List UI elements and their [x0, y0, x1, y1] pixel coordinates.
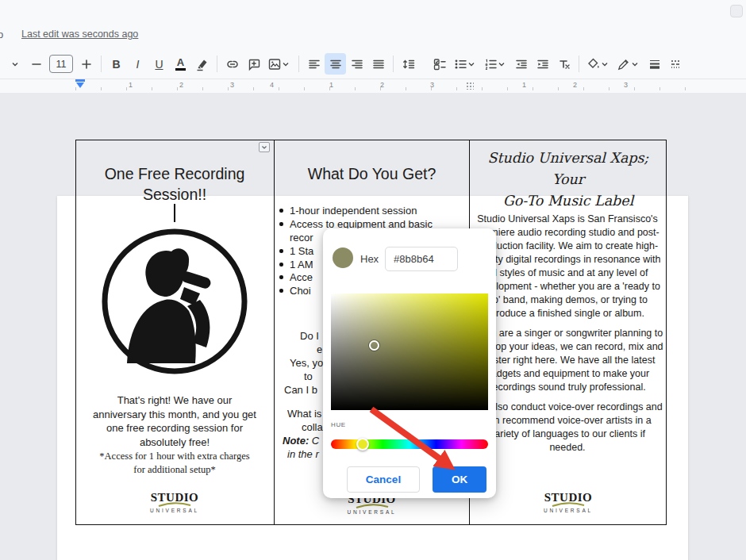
- formatting-toolbar: 11 B I U A: [0, 49, 746, 79]
- ruler-number: 2: [380, 81, 384, 89]
- align-right-button[interactable]: [346, 53, 367, 75]
- color-picker-dialog: Hex HUE Cancel OK: [323, 228, 496, 498]
- border-width-button[interactable]: [644, 53, 665, 75]
- bulleted-list-button[interactable]: [450, 53, 480, 75]
- singer-silhouette-image[interactable]: [100, 227, 249, 376]
- color-preview-swatch: [333, 247, 353, 268]
- ruler-number: 3: [624, 81, 628, 89]
- bullet-item-continuation: recor: [290, 232, 313, 244]
- col2-text-fragment: Can I b: [284, 384, 317, 396]
- clear-formatting-button[interactable]: [553, 53, 575, 75]
- bullet-dot: [279, 289, 283, 293]
- bullet-item: Acce: [290, 271, 313, 283]
- add-comment-button[interactable]: [243, 53, 264, 75]
- clear-formatting-icon: [557, 57, 571, 71]
- gradient-cursor[interactable]: [369, 340, 379, 351]
- bullet-item: 1 Sta: [290, 245, 313, 257]
- col1-fineprint: *Access for 1 hour with extra charges fo…: [78, 450, 271, 477]
- fill-color-button[interactable]: [583, 53, 613, 75]
- cancel-button[interactable]: Cancel: [347, 466, 420, 493]
- align-justify-icon: [371, 57, 386, 71]
- toolbar-separator: [393, 56, 394, 72]
- line-spacing-icon: [402, 57, 416, 71]
- hex-label: Hex: [360, 253, 379, 265]
- toolbar-separator: [579, 56, 579, 72]
- align-right-icon: [350, 57, 364, 71]
- border-color-button[interactable]: [613, 53, 644, 75]
- minus-icon: [29, 57, 44, 71]
- link-icon: [225, 57, 240, 71]
- bullet-dot: [279, 209, 283, 213]
- table-options-handle[interactable]: [259, 142, 270, 152]
- ruler-number: 1: [329, 81, 333, 89]
- studio-universal-logo: STUDIO UNIVERSAL: [470, 492, 667, 514]
- plus-icon: [79, 57, 94, 71]
- left-indent-marker[interactable]: [76, 82, 84, 88]
- ruler-number: 2: [179, 81, 183, 89]
- scroll-top-button[interactable]: [730, 5, 743, 17]
- col1-title: One Free Recording Session!!: [75, 163, 274, 205]
- col2-text-fragment: Do I: [300, 330, 319, 342]
- highlighter-icon: [195, 57, 210, 71]
- font-size-decrease-button[interactable]: [25, 53, 47, 75]
- decrease-indent-button[interactable]: [510, 53, 532, 75]
- underline-button[interactable]: U: [148, 53, 170, 75]
- col2-note-fragment: in the r: [287, 448, 319, 460]
- studio-universal-logo: STUDIO UNIVERSAL: [75, 492, 274, 514]
- align-left-icon: [307, 57, 321, 71]
- chevron-down-icon: [601, 60, 609, 68]
- hue-label: HUE: [331, 421, 346, 428]
- italic-icon: I: [137, 58, 140, 71]
- table-column-grip[interactable]: [465, 81, 474, 90]
- bold-icon: B: [112, 58, 120, 71]
- chevron-down-icon: [261, 144, 267, 151]
- chevron-down-icon: [282, 60, 290, 68]
- col2-text-fragment: Yes, yo: [290, 357, 323, 369]
- ok-button[interactable]: OK: [433, 466, 486, 493]
- insert-link-button[interactable]: [221, 53, 243, 75]
- border-dash-button[interactable]: [665, 53, 686, 75]
- align-left-button[interactable]: [303, 53, 325, 75]
- hue-slider-handle[interactable]: [356, 438, 369, 451]
- highlight-color-button[interactable]: [191, 53, 213, 75]
- font-size-increase-button[interactable]: [75, 53, 97, 75]
- checklist-icon: [433, 57, 447, 71]
- line-spacing-button[interactable]: [398, 53, 419, 75]
- italic-button[interactable]: I: [127, 53, 148, 75]
- numbered-list-icon: [483, 57, 498, 71]
- google-docs-window: o Last edit was seconds ago 11 B I U A: [0, 0, 746, 560]
- numbered-list-button[interactable]: [480, 53, 510, 75]
- text-color-icon: A: [175, 57, 186, 71]
- col2-text-fragment: What is: [287, 408, 321, 420]
- first-line-indent-marker[interactable]: [75, 79, 85, 82]
- bullet-item: 1-hour independent session: [290, 205, 417, 217]
- align-justify-button[interactable]: [367, 53, 389, 75]
- ruler-number: 1: [522, 81, 526, 89]
- col2-note-fragment: Note: C: [283, 435, 319, 447]
- font-size-input[interactable]: 11: [49, 55, 73, 73]
- hue-slider[interactable]: [331, 439, 488, 449]
- align-center-icon: [329, 57, 343, 71]
- saturation-value-gradient[interactable]: [331, 293, 488, 410]
- zoom-dropdown-button[interactable]: [4, 53, 25, 75]
- bullet-dot: [279, 222, 283, 226]
- hex-input[interactable]: [385, 247, 458, 271]
- insert-image-button[interactable]: [264, 53, 294, 75]
- col3-paragraph-2: If you are a singer or songwriter planni…: [471, 327, 663, 394]
- checklist-button[interactable]: [429, 53, 450, 75]
- bulleted-list-icon: [453, 57, 467, 71]
- text-cursor: [174, 204, 175, 222]
- col2-text-fragment: e: [317, 343, 322, 355]
- chevron-down-icon: [467, 60, 475, 68]
- ruler-number: 1: [129, 81, 133, 89]
- bullet-dot: [279, 275, 283, 279]
- last-edit-link[interactable]: Last edit was seconds ago: [21, 29, 138, 40]
- text-color-button[interactable]: A: [170, 53, 191, 75]
- border-dash-icon: [669, 57, 683, 71]
- col2-title: What Do You Get?: [274, 163, 470, 184]
- col3-paragraph-3: We also conduct voice-over recordings an…: [471, 401, 663, 455]
- align-center-button[interactable]: [325, 53, 346, 75]
- increase-indent-button[interactable]: [532, 53, 553, 75]
- ruler[interactable]: 1 2 3 4 1 2 3 1 2 3: [0, 79, 746, 93]
- bold-button[interactable]: B: [106, 53, 127, 75]
